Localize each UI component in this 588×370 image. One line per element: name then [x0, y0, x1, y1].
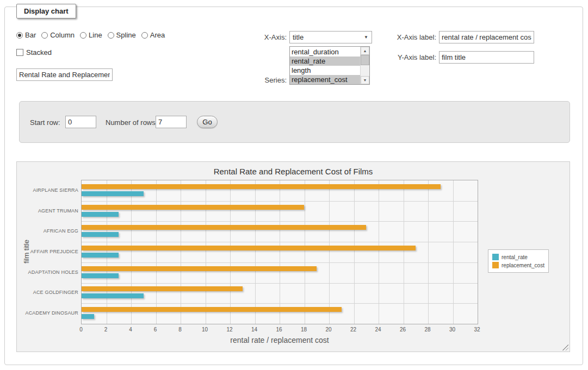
x-axis-label-input[interactable] — [439, 31, 534, 43]
bar-replacement_cost — [82, 286, 243, 291]
series-option-rental_rate[interactable]: rental_rate — [290, 57, 360, 66]
bar-rental_rate — [82, 191, 144, 196]
category-labels: AIRPLANE SIERRAAGENT TRUMANAFRICAN EGGAF… — [24, 180, 78, 323]
chart-type-group: BarColumnLineSplineArea — [16, 31, 170, 39]
stacked-label: Stacked — [26, 48, 52, 57]
stacked-checkbox[interactable]: Stacked — [16, 48, 52, 57]
x-axis-selected-value: title — [293, 33, 304, 41]
scrollbar-thumb[interactable] — [361, 55, 369, 65]
x-tick-label: 14 — [251, 327, 257, 333]
radio-icon[interactable] — [16, 32, 23, 39]
category-label: ACE GOLDFINGER — [24, 283, 78, 303]
bar-replacement_cost — [82, 246, 416, 250]
chart-type-option-area[interactable]: Area — [141, 31, 165, 39]
bar-rental_rate — [82, 232, 119, 237]
x-tick-label: 30 — [449, 327, 455, 333]
gridline — [82, 221, 478, 222]
bar-rental_rate — [82, 293, 144, 298]
radio-icon[interactable] — [80, 32, 86, 39]
category-label: AFRICAN EGG — [24, 221, 78, 241]
chart-box: Rental Rate and Replacement Cost of Film… — [16, 161, 570, 352]
gridline — [82, 262, 478, 263]
x-tick-label: 22 — [350, 327, 356, 333]
series-option-rental_duration[interactable]: rental_duration — [290, 47, 360, 57]
x-tick-label: 8 — [178, 327, 182, 333]
category-label: AGENT TRUMAN — [24, 200, 78, 221]
scroll-down-icon[interactable]: ▼ — [361, 76, 369, 84]
x-tick-label: 24 — [375, 327, 381, 333]
bar-rental_rate — [82, 314, 94, 319]
chart-type-label: Area — [150, 31, 165, 39]
gridline — [181, 180, 181, 324]
bar-replacement_cost — [82, 307, 342, 312]
gridline — [156, 180, 157, 324]
chart-type-label: Bar — [25, 31, 36, 39]
chart-type-option-spline[interactable]: Spline — [108, 31, 136, 39]
gridline — [280, 180, 280, 324]
scroll-up-icon[interactable]: ▲ — [361, 47, 369, 55]
bar-rental_rate — [82, 273, 119, 278]
category-label: AIRPLANE SIERRA — [24, 180, 78, 200]
chart-type-option-column[interactable]: Column — [41, 31, 75, 39]
resize-handle[interactable] — [561, 343, 568, 350]
rows-panel — [19, 101, 570, 143]
x-axis-select-label: X-Axis: — [228, 33, 287, 41]
x-tick-label: 20 — [325, 327, 331, 333]
bar-rental_rate — [82, 253, 119, 258]
bar-rental_rate — [82, 212, 119, 217]
number-of-rows-label: Number of rows: — [106, 118, 157, 127]
category-label: ADAPTATION HOLES — [24, 262, 78, 283]
chart-type-label: Line — [89, 31, 102, 39]
series-option-replacement_cost[interactable]: replacement_cost — [290, 75, 360, 84]
gridline — [107, 180, 107, 324]
gridline — [82, 201, 478, 202]
gridline — [82, 303, 478, 304]
chart-legend: rental_ratereplacement_cost — [488, 249, 549, 273]
series-option-length[interactable]: length — [290, 66, 360, 75]
x-axis-select[interactable]: title ▼ — [289, 31, 372, 43]
chart-title-input[interactable] — [16, 68, 113, 81]
start-row-label: Start row: — [30, 118, 60, 127]
x-tick-label: 28 — [424, 327, 430, 333]
radio-icon[interactable] — [41, 32, 48, 39]
radio-icon[interactable] — [108, 32, 114, 39]
chart-type-option-bar[interactable]: Bar — [16, 31, 36, 39]
start-row-input[interactable] — [65, 116, 96, 128]
listbox-scrollbar[interactable]: ▲ ▼ — [360, 47, 369, 84]
stacked-checkbox-icon[interactable] — [16, 49, 23, 56]
gridline — [354, 180, 355, 324]
chart-type-option-line[interactable]: Line — [80, 31, 102, 39]
legend-swatch — [492, 262, 499, 268]
chart-type-label: Spline — [116, 31, 136, 39]
x-axis-title: rental rate / replacement cost — [81, 336, 478, 344]
x-axis-label-field-label: X-Axis label: — [375, 33, 436, 41]
gridline — [206, 180, 206, 324]
gridline — [82, 242, 478, 242]
fieldset-legend: Display chart — [16, 4, 76, 18]
legend-swatch — [492, 254, 499, 260]
y-axis-label-input[interactable] — [439, 51, 534, 64]
category-label: AFFAIR PREJUDICE — [24, 241, 78, 262]
gridline — [379, 180, 379, 324]
bar-replacement_cost — [82, 225, 366, 230]
gridline — [230, 180, 231, 324]
gridline — [305, 180, 305, 324]
legend-label: rental_rate — [502, 254, 528, 260]
bar-replacement_cost — [82, 205, 304, 210]
legend-item: replacement_cost — [492, 262, 544, 268]
legend-label: replacement_cost — [502, 262, 544, 268]
gridline — [131, 180, 132, 324]
x-tick-label: 12 — [226, 327, 232, 333]
go-button[interactable]: Go — [197, 116, 218, 128]
x-tick-label: 16 — [276, 327, 282, 333]
chevron-down-icon: ▼ — [364, 35, 368, 40]
x-tick-labels: 02468101214161820222426283032 — [81, 327, 478, 333]
number-of-rows-input[interactable] — [156, 116, 187, 128]
y-axis-label-field-label: Y-Axis label: — [375, 53, 436, 61]
series-listbox[interactable]: rental_durationrental_ratelengthreplacem… — [289, 46, 370, 85]
series-label: Series: — [228, 76, 287, 84]
radio-icon[interactable] — [141, 32, 148, 39]
gridline — [329, 180, 330, 324]
x-tick-label: 32 — [474, 327, 480, 333]
x-tick-label: 4 — [129, 327, 132, 333]
